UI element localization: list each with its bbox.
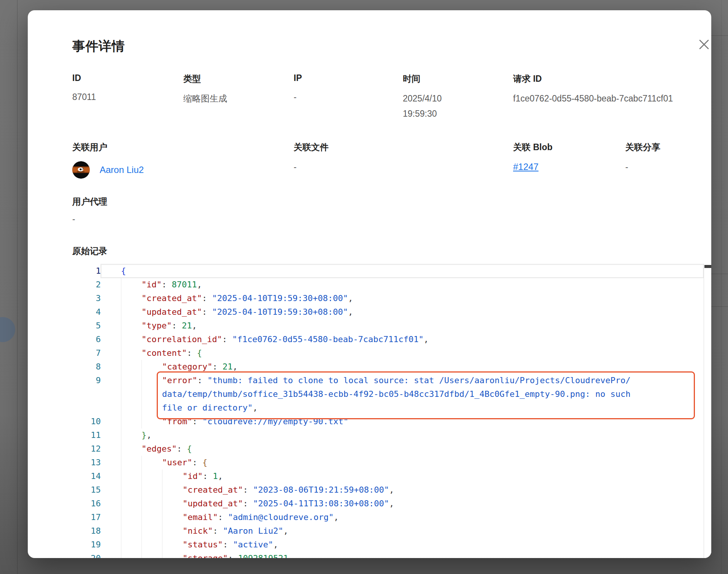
field-label: 请求 ID: [513, 73, 711, 85]
code-token: :: [202, 307, 212, 317]
close-button[interactable]: [694, 35, 711, 54]
field-value: 2025/4/10 19:59:30: [403, 91, 456, 121]
code-token: "user": [162, 458, 192, 467]
code-token: ,: [273, 540, 278, 549]
code-token: "edges": [141, 444, 177, 453]
field-value: 87011: [72, 89, 183, 105]
user-link[interactable]: Aaron Liu2: [100, 165, 144, 175]
field-value: -: [294, 159, 513, 174]
code-line: 19"status": "active",: [72, 538, 711, 552]
indent-guide: [121, 319, 141, 333]
line-number: 10: [72, 415, 101, 428]
field-label: 关联 Blob: [513, 141, 625, 153]
code-token: file or directory": [162, 403, 253, 412]
code-token: "created_at": [141, 293, 202, 303]
code-token: :: [177, 444, 187, 453]
indent-guide: [121, 278, 141, 292]
indent-guide: [141, 456, 162, 469]
code-token: data/temp/thumb/soffice_31b54438-ecbb-4f…: [162, 389, 631, 399]
code-line: 11},: [72, 428, 711, 442]
indent-guide: [141, 524, 162, 538]
code-token: "Aaron Liu2": [223, 526, 283, 536]
code-token: ,: [348, 293, 353, 303]
indent-guide: [141, 401, 162, 415]
code-token: ,: [232, 362, 237, 371]
line-number: 15: [72, 483, 101, 497]
code-line: 16"updated_at": "2025-04-11T13:08:30+08:…: [72, 497, 711, 511]
code-token: "error": [162, 376, 197, 385]
line-number: 7: [72, 346, 101, 360]
field-label: 关联分享: [625, 141, 711, 153]
indent-guide: [121, 524, 141, 538]
field-request-id: 请求 ID f1ce0762-0d55-4580-beab-7cabc711cf…: [513, 73, 711, 121]
code-line: 9"error": "thumb: failed to clone to loc…: [72, 374, 711, 387]
indent-guide: [141, 360, 162, 374]
indent-guide: [141, 469, 162, 483]
code-line: 17"email": "admin@cloudreve.org",: [72, 511, 711, 524]
code-token: "2023-08-06T19:21:59+08:00": [253, 485, 389, 495]
code-token: ,: [146, 430, 151, 440]
code-token: ,: [334, 512, 339, 522]
indent-guide: [121, 333, 141, 346]
indent-guide: [141, 511, 162, 524]
code-token: "id": [183, 471, 203, 481]
indent-guide: [121, 469, 141, 483]
line-number: 17: [72, 511, 101, 524]
line-number: 1: [72, 264, 101, 278]
backdrop-row-divider: [711, 35, 728, 36]
line-number: 8: [72, 360, 101, 374]
line-number: 2: [72, 278, 101, 292]
indent-guide: [121, 456, 141, 469]
code-token: ,: [253, 403, 258, 412]
code-token: "updated_at": [183, 499, 243, 508]
indent-guide: [121, 511, 141, 524]
code-token: 87011: [172, 280, 197, 289]
code-token: "2025-04-10T19:59:30+08:00": [212, 307, 348, 317]
indent-guide: [162, 538, 183, 552]
code-line: 20"storage": 1092819521,: [72, 552, 711, 558]
code-line: 7"content": {: [72, 346, 711, 360]
code-token: :: [218, 512, 228, 522]
line-number: 13: [72, 456, 101, 469]
code-token: :: [192, 458, 202, 467]
user-agent-label: 用户代理: [72, 196, 107, 208]
field-type: 类型 缩略图生成: [183, 73, 294, 121]
indent-guide: [162, 552, 183, 558]
scrollbar-track[interactable]: [704, 264, 711, 558]
line-number: 16: [72, 497, 101, 511]
code-token: :: [197, 376, 208, 385]
fields-row-2: 关联用户 Aaron Li: [72, 141, 711, 181]
code-token: "email": [183, 512, 218, 522]
code-token: }: [141, 430, 146, 440]
field-time: 时间 2025/4/10 19:59:30: [403, 73, 513, 121]
indent-guide: [162, 524, 183, 538]
field-related-blob: 关联 Blob #1247: [513, 141, 625, 181]
code-token: "from": [162, 417, 192, 426]
line-number: 5: [72, 319, 101, 333]
backdrop-right-edge: [721, 0, 722, 574]
code-token: ,: [283, 526, 288, 536]
line-number: 11: [72, 428, 101, 442]
code-line: 2"id": 87011,: [72, 278, 711, 292]
code-token: "category": [162, 362, 212, 371]
code-line: 10"from": "cloudreve://my/empty-90.txt": [72, 415, 711, 428]
field-related-user: 关联用户 Aaron Li: [72, 141, 294, 181]
indent-guide: [141, 552, 162, 558]
backdrop-row-divider: [711, 274, 728, 274]
code-token: :: [222, 335, 232, 344]
code-token: "cloudreve://my/empty-90.txt": [202, 417, 348, 426]
field-label: 关联文件: [294, 141, 513, 153]
code-line: 6"correlation_id": "f1ce0762-0d55-4580-b…: [72, 333, 711, 346]
scrollbar-thumb[interactable]: [704, 265, 711, 268]
code-editor[interactable]: 1{2"id": 87011,3"created_at": "2025-04-1…: [72, 264, 711, 558]
backdrop-card-edge: [17, 0, 17, 574]
field-label: 关联用户: [72, 141, 294, 153]
blob-link[interactable]: #1247: [513, 162, 539, 172]
code-line: file or directory",: [72, 401, 711, 415]
code-token: "updated_at": [141, 307, 202, 317]
indent-guide: [121, 374, 141, 387]
code-token: ,: [218, 471, 223, 481]
field-ip: IP -: [294, 73, 403, 121]
screen: 事件详情 ID 87011 类型 缩略图生成 IP - 时间: [0, 0, 728, 574]
line-number: 3: [72, 292, 101, 305]
